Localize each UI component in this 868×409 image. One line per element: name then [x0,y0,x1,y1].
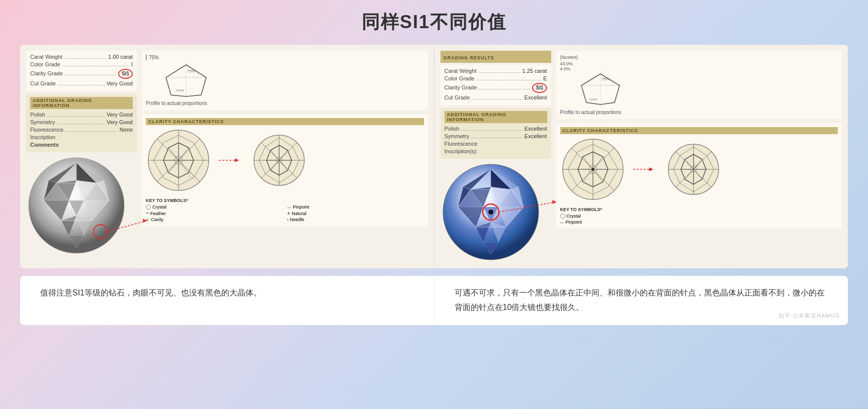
pct-label: 75% [146,55,159,60]
left-diagrams-row [146,128,424,193]
right-additional-title: ADDITIONAL GRADING INFORMATION [445,111,547,123]
comments-row: Comments [30,142,133,148]
color-label: Color Grade [30,61,60,67]
key-natural: ∧ Natural [287,211,423,216]
svg-text:75%: 75% [187,69,195,73]
left-additional-grades: ADDITIONAL GRADING INFORMATION Polish Ve… [26,94,137,152]
svg-marker-79 [552,200,556,204]
crystal-icon [146,204,151,210]
left-right-col: 75% 75% none Profile to actual proportio… [142,51,428,262]
symmetry-row: Symmetry Very Good [30,119,133,125]
comments-label: Comments [30,142,59,148]
fluorescence-row: Fluorescence None [30,127,133,133]
carat-value: 1.00 carat [108,54,133,60]
left-clarity-box: CLARITY CHARACTERISTICS [142,114,428,226]
dot-line2 [62,66,129,66]
r-inscription-label: Inscription(s): [445,148,478,154]
right-basic-grades: Carat Weight 1.25 carat Color Grade E Cl… [441,65,551,105]
svg-marker-43 [235,158,239,162]
svg-text:none: none [176,88,184,92]
profile-pct-row: 75% [146,55,424,60]
inscription-row: Inscription [30,134,133,140]
right-front-diagram [560,137,626,202]
left-clarity-arrow [219,150,244,170]
carat-label: Carat Weight [30,54,62,60]
cut-label: Cut Grade [30,80,56,86]
key-crystal: Crystal [146,204,282,210]
right-right-col: (faceted) 43.0% 4.0% 75% none Profile to… [556,51,842,262]
r-pct-43: 43.0% [560,61,838,66]
clarity-label: Clarity Grade [30,70,63,76]
r-key-pinpoint: — Pinpoint [560,220,838,225]
right-additional-grades: ADDITIONAL GRADING INFORMATION Polish Ex… [441,108,551,159]
dot-line4 [58,85,105,85]
cut-grade-row: Cut Grade Very Good [30,80,133,86]
right-clarity-arrow [633,159,658,179]
polish-value: Very Good [107,112,133,118]
svg-text:75%: 75% [601,77,610,81]
cut-value: Very Good [107,80,133,86]
dot-line3 [65,75,116,75]
r-carat-label: Carat Weight [445,68,477,74]
r-clarity-badge: SI1 [532,83,547,93]
r-polish-label: Polish [445,126,460,132]
right-key-title: KEY TO SYMBOLS* [560,207,838,212]
r-carat-value: 1.25 carat [523,68,547,74]
left-profile-box: 75% 75% none Profile to actual proportio… [142,51,428,110]
fluorescence-value: None [120,127,133,133]
right-profile-box: (faceted) 43.0% 4.0% 75% none Profile to… [556,51,842,119]
bottom-right-text: 可遇不可求，只有一个黑色晶体在正中间、和很微小的在背面的针点，黑色晶体从正面看不… [435,276,848,325]
left-clarity-title: CLARITY CHARACTERISTICS [146,118,424,125]
svg-point-76 [488,210,493,215]
left-key-grid: Crystal — Pinpoint ~ Feather ∧ [146,204,424,222]
left-diamond-svg [26,155,127,256]
r-symmetry-row: Symmetry Excellent [445,133,547,139]
r-fluorescence-row: Fluorescence [445,141,547,147]
main-content-area: Carat Weight 1.00 carat Color Grade I Cl… [20,45,848,268]
profile-label-text: Profile to actual proportions [146,100,424,106]
color-grade-row: Color Grade I [30,61,133,67]
r-pct-4: 4.0% [560,66,838,71]
carat-weight-row: Carat Weight 1.00 carat [30,54,133,60]
fluorescence-label: Fluorescence [30,127,63,133]
left-certificate: Carat Weight 1.00 carat Color Grade I Cl… [20,45,435,268]
symmetry-value: Very Good [107,119,133,125]
r-cut-value: Excellent [525,94,547,100]
svg-marker-100 [649,167,653,171]
r-polish-row: Polish Excellent [445,126,547,132]
r-polish-value: Excellent [525,126,547,132]
r-key-crystal: Crystal [560,214,838,219]
left-diamond-container [26,155,127,256]
main-title: 同样SI1不同价值 [20,10,848,35]
right-certificate: GRADING RESULTS Carat Weight 1.25 carat … [435,45,848,268]
right-grading-title: GRADING RESULTS [444,55,494,60]
clarity-grade-row: Clarity Grade SI1 [30,69,133,79]
bottom-text-section: 值得注意SI1等级的钻石，肉眼不可见、也没有黑色的大晶体。 可遇不可求，只有一个… [20,276,848,325]
right-clarity-box: CLARITY CHARACTERISTICS [556,123,842,229]
r-profile-label: Profile to actual proportions [560,110,838,115]
polish-row: Polish Very Good [30,112,133,118]
r-crystal-icon [560,214,565,219]
r-fluorescence-label: Fluorescence [445,141,478,147]
left-additional-title: ADDITIONAL GRADING INFORMATION [30,97,133,109]
r-cut-row: Cut Grade Excellent [445,94,547,100]
key-feather: ~ Feather [146,211,282,216]
watermark: 知乎·公幸家宝HAMUG [778,311,840,321]
r-carat-row: Carat Weight 1.25 carat [445,68,547,74]
right-diamond-container [441,162,541,262]
right-grading-header-box: GRADING RESULTS [441,51,551,63]
left-basic-grades: Carat Weight 1.00 carat Color Grade I Cl… [26,51,137,91]
color-value: I [131,61,133,67]
right-clarity-title: CLARITY CHARACTERISTICS [560,127,838,134]
r-clarity-label: Clarity Grade [445,84,477,90]
left-grading-col: Carat Weight 1.00 carat Color Grade I Cl… [26,51,137,262]
left-key-symbols: KEY TO SYMBOLS* Crystal — Pinpoint [146,198,424,222]
r-color-value: E [543,75,547,81]
svg-point-98 [591,168,594,171]
right-key-list: Crystal — Pinpoint [560,214,838,225]
r-faceted-label: (faceted) [560,55,838,60]
key-cavity: ⊂ Cavity [146,217,282,222]
right-profile-svg: 75% none [560,71,641,107]
right-back-diagram [666,142,721,197]
r-clarity-row: Clarity Grade SI1 [445,83,547,93]
